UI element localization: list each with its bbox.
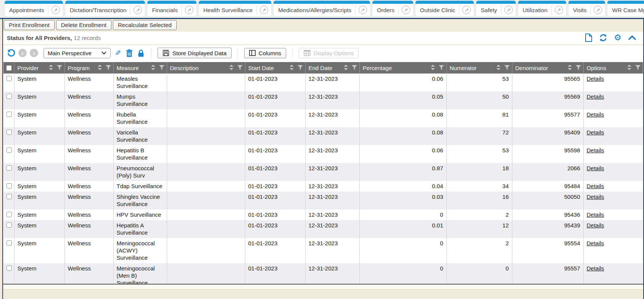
column-header-measure[interactable]: Measure (113, 62, 167, 74)
tab-dictation-transcription[interactable]: Dictation/Transcription↗ (65, 1, 145, 16)
column-header-options[interactable]: Options (583, 62, 643, 74)
column-header-numerator[interactable]: Numerator (446, 62, 512, 74)
filter-icon[interactable] (576, 65, 581, 71)
table-row[interactable]: SystemWellnessHPV Surveillance01-01-2023… (3, 209, 643, 220)
details-link[interactable]: Details (587, 193, 604, 200)
tab-financials[interactable]: Financials↗ (147, 1, 196, 16)
tab-wr-case-mgmt[interactable]: WR Case Mgmt↗ (607, 1, 644, 16)
table-row[interactable]: SystemWellnessMeningococcal (ACWY) Surve… (3, 238, 643, 263)
details-link[interactable]: Details (587, 93, 604, 100)
table-row[interactable]: SystemWellnessHepatitis A Surveillance01… (3, 220, 643, 238)
row-checkbox[interactable] (6, 183, 12, 189)
print-enrollment-button[interactable]: Print Enrollment (4, 20, 55, 30)
filter-icon[interactable] (439, 65, 444, 71)
refresh-icon[interactable] (599, 34, 607, 42)
open-in-new-window-icon[interactable]: ↗ (260, 6, 268, 14)
row-checkbox[interactable] (6, 240, 12, 246)
row-checkbox[interactable] (6, 165, 12, 171)
filter-icon[interactable] (237, 65, 243, 71)
edit-perspective-icon[interactable]: ✎ (114, 49, 122, 57)
tab-safety[interactable]: Safety↗ (476, 1, 516, 16)
sort-icon[interactable] (568, 65, 572, 71)
filter-icon[interactable] (298, 65, 303, 71)
open-in-new-window-icon[interactable]: ↗ (52, 6, 60, 14)
filter-icon[interactable] (106, 65, 111, 71)
back-icon[interactable]: ‹ (18, 49, 27, 57)
tab-visits[interactable]: Visits↗ (568, 1, 605, 16)
open-in-new-window-icon[interactable]: ↗ (185, 6, 193, 14)
column-header-start-date[interactable]: Start Date (245, 62, 305, 74)
details-link[interactable]: Details (587, 129, 604, 136)
horizontal-scrollbar[interactable] (3, 285, 643, 289)
details-link[interactable]: Details (587, 240, 604, 246)
table-row[interactable]: SystemWellnessShingles Vaccine Surveilla… (3, 192, 643, 209)
filter-icon[interactable] (504, 65, 510, 71)
table-row[interactable]: SystemWellnessHepatitis B Surveillance01… (3, 145, 643, 163)
open-in-new-window-icon[interactable]: ↗ (594, 6, 602, 14)
row-checkbox[interactable] (6, 130, 12, 135)
open-in-new-window-icon[interactable]: ↗ (134, 6, 142, 14)
row-checkbox[interactable] (6, 94, 12, 99)
table-row[interactable]: SystemWellnessPneumococcal (Poly) Surv01… (3, 163, 643, 181)
perspective-select[interactable]: Main Perspective (43, 48, 111, 58)
tab-appointments[interactable]: Appointments↗ (5, 1, 63, 16)
open-in-new-window-icon[interactable]: ↗ (402, 6, 410, 14)
sort-icon[interactable] (627, 65, 631, 71)
open-in-new-window-icon[interactable]: ↗ (462, 6, 471, 14)
delete-enrollment-button[interactable]: Delete Enrollment (56, 20, 111, 30)
details-link[interactable]: Details (587, 147, 604, 153)
table-row[interactable]: SystemWellnessRubella Surveillance01-01-… (3, 109, 643, 127)
row-checkbox[interactable] (6, 147, 12, 153)
tab-outside-clinic[interactable]: Outside Clinic↗ (415, 1, 474, 16)
delete-perspective-icon[interactable] (125, 49, 134, 57)
sort-icon[interactable] (229, 65, 233, 71)
select-all-header[interactable] (3, 62, 14, 74)
sort-icon[interactable] (151, 65, 155, 71)
column-header-denominator[interactable]: Denominator (512, 62, 583, 74)
open-in-new-window-icon[interactable]: ↗ (504, 6, 513, 14)
forward-icon[interactable]: › (30, 49, 38, 57)
sort-icon[interactable] (49, 65, 53, 71)
details-link[interactable]: Details (587, 211, 604, 218)
details-link[interactable]: Details (587, 183, 604, 189)
row-checkbox[interactable] (6, 212, 12, 217)
details-link[interactable]: Details (587, 265, 604, 272)
column-header-end-date[interactable]: End Date (305, 62, 359, 74)
tab-health-surveillance[interactable]: Health Surveillance↗ (199, 1, 271, 16)
columns-button[interactable]: Columns (244, 48, 286, 58)
row-checkbox[interactable] (6, 222, 12, 228)
row-checkbox[interactable] (6, 265, 12, 271)
sort-icon[interactable] (344, 65, 348, 71)
open-in-new-window-icon[interactable]: ↗ (555, 6, 563, 14)
new-document-icon[interactable] (584, 34, 593, 42)
row-checkbox[interactable] (6, 194, 12, 199)
row-checkbox[interactable] (6, 112, 12, 117)
filter-icon[interactable] (159, 65, 164, 71)
column-header-description[interactable]: Description (167, 62, 245, 74)
table-row[interactable]: SystemWellnessTdap Surveillance01-01-202… (3, 181, 643, 192)
store-displayed-data-button[interactable]: Store Displayed Data (158, 48, 232, 58)
details-link[interactable]: Details (587, 222, 604, 229)
details-link[interactable]: Details (587, 75, 604, 82)
details-link[interactable]: Details (587, 165, 604, 171)
filter-icon[interactable] (352, 65, 357, 71)
sort-icon[interactable] (496, 65, 501, 71)
tab-orders[interactable]: Orders↗ (372, 1, 413, 16)
lock-icon[interactable] (137, 49, 145, 57)
row-checkbox[interactable] (6, 76, 12, 81)
collapse-chevron-icon[interactable] (628, 34, 636, 42)
undo-icon[interactable] (7, 49, 15, 57)
gear-icon[interactable]: ⚙ (613, 34, 622, 42)
table-row[interactable]: SystemWellnessMeningococcal (Men B) Surv… (3, 263, 643, 284)
sort-icon[interactable] (98, 65, 102, 71)
tab-medications-allergies-scripts[interactable]: Medications/Allergies/Scripts↗ (274, 1, 370, 16)
column-header-program[interactable]: Program (64, 62, 113, 74)
table-row[interactable]: SystemWellnessMeasles Surveillance01-01-… (3, 74, 643, 91)
recalculate-selected-button[interactable]: Recalculate Selected (113, 20, 177, 30)
details-link[interactable]: Details (587, 111, 604, 118)
filter-icon[interactable] (635, 65, 641, 71)
filter-icon[interactable] (57, 65, 62, 71)
column-header-percentage[interactable]: Percentage (359, 62, 446, 74)
tab-utilization[interactable]: Utilization↗ (518, 1, 566, 16)
sort-icon[interactable] (290, 65, 294, 71)
